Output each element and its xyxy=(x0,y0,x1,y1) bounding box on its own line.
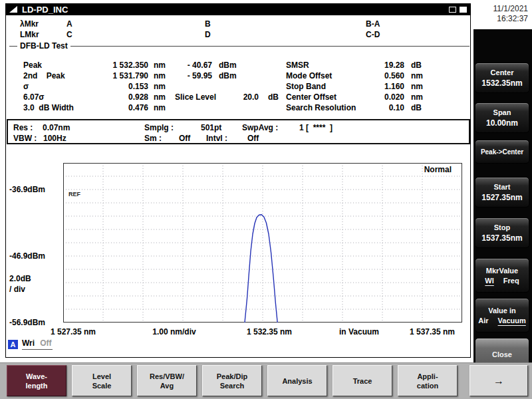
fnkey-label-line2: Avg xyxy=(160,381,174,390)
marker-d-label: D xyxy=(205,30,211,39)
measurement-unit: nm xyxy=(411,70,423,81)
vbw-value: 100Hz xyxy=(43,133,66,144)
marker-cd-label: C-D xyxy=(366,30,380,39)
trace-mode-group: Wri Off xyxy=(22,338,53,350)
x-axis-start-label: 1 527.35 nm xyxy=(37,327,110,336)
fnkey-res-vbw-avg[interactable]: Res/VBW/Avg xyxy=(137,365,197,396)
titlebar: LD-PD_INC xyxy=(5,3,471,15)
measurement-value: 0.020 xyxy=(372,92,404,102)
res-value: 0.07nm xyxy=(43,122,70,133)
interval-value: Off xyxy=(247,133,259,144)
y-axis-ref-label: -36.9dBm xyxy=(9,185,61,194)
y-scale-label2: / div xyxy=(9,285,61,294)
sampling-value: 501pt xyxy=(201,122,221,133)
softkey-option-vacuum[interactable]: Vacuum xyxy=(498,317,526,325)
softkey-mkrvalue[interactable]: MkrValueWlFreq xyxy=(475,258,529,293)
trace-a-badge: A xyxy=(8,340,18,349)
analysis-section-legend: DFB-LD Test xyxy=(9,41,469,51)
fnkey-wave-length[interactable]: Wave-length xyxy=(7,365,66,396)
ref-level-label: REF xyxy=(68,191,80,198)
softkey-label: Span xyxy=(493,108,511,116)
fnkey-appli-cation[interactable]: Appli-cation xyxy=(398,365,458,396)
marker-row-label: λMkr xyxy=(20,19,39,29)
measurement-label: Peak xyxy=(23,60,90,70)
fnkey-peak-dip-search[interactable]: Peak/DipSearch xyxy=(202,365,262,396)
marker-row-wavelength: λMkr A B B-A xyxy=(5,19,471,29)
sweep-avg-label: SwpAvg : xyxy=(242,122,278,133)
softkey-value-in[interactable]: Value inAirVacuum xyxy=(475,298,529,332)
measurement-label: Center Offset xyxy=(286,92,372,102)
measurement-value: 0.153 xyxy=(90,81,148,92)
window-controls xyxy=(449,7,467,13)
fnkey-label-line1: Peak/Dip xyxy=(217,372,247,381)
softkey-option-wl[interactable]: Wl xyxy=(485,277,493,285)
chart-area: REF Normal xyxy=(63,163,462,323)
y-axis-bottom-label: -56.9dBm xyxy=(9,318,61,327)
softkey-value: 1527.35nm xyxy=(481,193,522,202)
trace-off-label: Off xyxy=(40,338,51,348)
measurement-label: 3.0 dB Width xyxy=(23,102,90,113)
fnkey-label-line1: Analysis xyxy=(282,376,312,386)
softkey-span[interactable]: Span10.00nm xyxy=(475,102,529,133)
measurement-unit: nm xyxy=(154,102,174,113)
measurement-unit: nm xyxy=(154,81,174,92)
measurement-level-value: - 40.67 xyxy=(174,60,212,70)
x-axis-div-label: 1.00 nm/div xyxy=(138,327,211,336)
measurement-unit: nm xyxy=(411,81,423,92)
fnkey-label-line2: cation xyxy=(417,381,438,390)
softkey-value: 10.00nm xyxy=(486,118,518,128)
measurement-value: 19.28 xyxy=(372,60,404,70)
softkey-start[interactable]: Start1527.35nm xyxy=(475,177,529,207)
measurement-value: 1 531.790 xyxy=(90,70,148,81)
measurement-label: Stop Band xyxy=(286,81,372,92)
fnkey-label-line1: Appli- xyxy=(417,372,438,381)
softkey-label: Close xyxy=(492,350,512,358)
fnkey-more-arrow[interactable]: → xyxy=(469,365,528,396)
slice-level-value: 20.0 xyxy=(232,92,259,102)
measurement-label: 6.07σ xyxy=(23,92,90,102)
app-logo-icon xyxy=(9,6,17,13)
softkey-option-freq[interactable]: Freq xyxy=(503,277,519,285)
analysis-row: 6.07σ0.928nmSlice Level20.0dB xyxy=(23,92,279,102)
fnkey-trace[interactable]: Trace xyxy=(332,365,392,396)
marker-c-label: C xyxy=(66,30,72,39)
softkey-option-air[interactable]: Air xyxy=(478,317,488,325)
datetime-display: 11/1/2021 16:32:37 xyxy=(473,4,528,24)
fnkey-label-line2: Scale xyxy=(92,381,112,390)
smooth-value: Off xyxy=(179,133,190,144)
x-axis-center-label: 1 532.35 nm xyxy=(233,327,306,336)
softkey-label: Value in xyxy=(488,307,516,315)
time-label: 16:32:37 xyxy=(473,14,528,24)
sweep-settings-line1: Res : 0.07nm Smplg : 501pt SwpAvg : 1 [ … xyxy=(8,122,469,133)
trace-status[interactable]: A Wri Off xyxy=(8,338,53,350)
analysis-row: Stop Band1.160nm xyxy=(286,81,423,92)
fnkey-label-line1: Res/VBW/ xyxy=(150,372,184,381)
slice-level-unit: dB xyxy=(268,92,279,102)
measurement-unit: nm xyxy=(411,92,423,102)
interval-label: Intvl : xyxy=(206,133,227,144)
measurement-level-unit: dBm xyxy=(219,70,237,81)
measurement-unit: nm xyxy=(154,92,174,102)
softkey-stop[interactable]: Stop1537.35nm xyxy=(475,217,529,248)
measurement-label: σ xyxy=(23,81,90,92)
measurement-unit: dB xyxy=(411,102,422,113)
smooth-label: Sm : xyxy=(144,133,162,144)
fnkey-label-line1: Wave- xyxy=(26,372,47,381)
window-maximize-icon[interactable] xyxy=(460,7,467,13)
softkey-value: 1532.35nm xyxy=(481,78,522,88)
window-restore-icon[interactable] xyxy=(449,7,456,13)
fnkey-label-line2: Search xyxy=(220,381,245,390)
softkey-peak-center[interactable]: Peak->Center xyxy=(475,140,529,164)
fnkey-level-scale[interactable]: LevelScale xyxy=(72,365,132,396)
window-title: LD-PD_INC xyxy=(22,5,68,15)
sweep-settings-box: Res : 0.07nm Smplg : 501pt SwpAvg : 1 [ … xyxy=(7,119,470,144)
analysis-row: 2nd Peak1 531.790nm- 59.95dBm xyxy=(23,70,279,81)
softkey-center[interactable]: Center1532.35nm xyxy=(475,63,529,93)
fnkey-analysis[interactable]: Analysis xyxy=(267,365,327,396)
softkey-options: AirVacuum xyxy=(478,317,525,325)
softkey-label: Peak->Center xyxy=(481,148,523,156)
measurement-label: SMSR xyxy=(286,60,372,70)
analysis-row: Center Offset0.020nm xyxy=(286,92,423,102)
measurement-level-unit: dBm xyxy=(219,60,237,70)
measurement-unit: dB xyxy=(411,60,422,70)
